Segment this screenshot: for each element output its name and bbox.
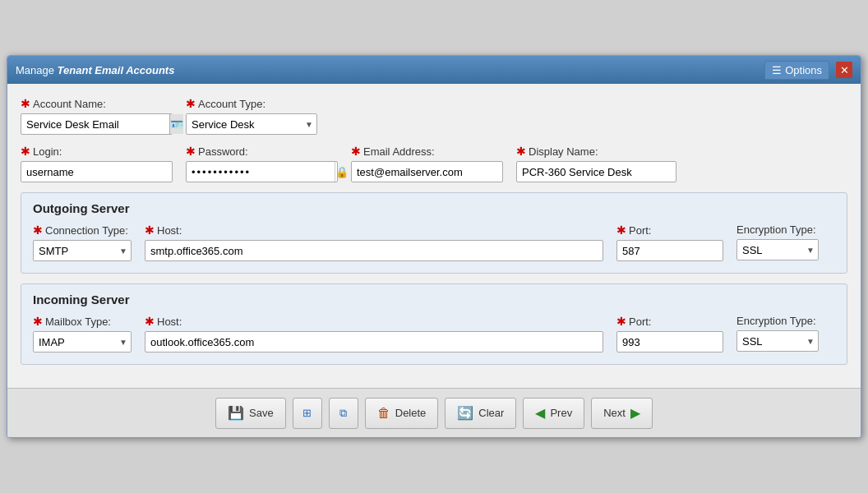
outgoing-server-section: Outgoing Server ✱ Connection Type: SMTP …	[21, 192, 847, 274]
password-group: ✱ Password: 🔒	[186, 145, 338, 182]
title-bar-actions: ☰ Options ✕	[764, 61, 852, 80]
outgoing-host-label: ✱ Host:	[145, 223, 603, 237]
login-group: ✱ Login:	[21, 145, 173, 182]
footer-bar: 💾 Save ⊞ ⧉ 🗑 Delete 🔄 Clear ◀ Prev Next …	[7, 388, 861, 437]
eye-icon: 🔒	[335, 166, 349, 178]
outgoing-server-title: Outgoing Server	[33, 201, 835, 215]
incoming-host-group: ✱ Host:	[145, 315, 603, 352]
password-input[interactable]	[187, 162, 335, 182]
outgoing-conn-type-label: ✱ Connection Type:	[33, 223, 132, 237]
arrow-left-icon: ◀	[535, 405, 545, 421]
incoming-server-title: Incoming Server	[33, 293, 835, 306]
outgoing-conn-type-select[interactable]: SMTP SMTPS	[34, 241, 132, 260]
contact-card-icon: 🪪	[170, 118, 183, 131]
outgoing-host-input[interactable]	[145, 240, 603, 261]
close-button[interactable]: ✕	[836, 62, 852, 78]
account-row: ✱ Account Name: 🪪 ✱ Account Type:	[21, 97, 847, 135]
grid-icon: ⊞	[302, 407, 312, 419]
save-button[interactable]: 💾 Save	[215, 398, 286, 429]
refresh-icon: 🔄	[457, 405, 473, 421]
incoming-enc-select-wrap: SSL TLS None ▼	[736, 330, 819, 352]
display-name-input[interactable]	[516, 161, 676, 182]
required-star11: ✱	[145, 315, 155, 328]
incoming-enc-label: Encryption Type:	[736, 315, 835, 327]
required-star6: ✱	[516, 145, 526, 158]
outgoing-host-group: ✱ Host:	[145, 223, 603, 261]
password-label: ✱ Password:	[186, 145, 338, 158]
incoming-port-input[interactable]	[616, 331, 723, 352]
outgoing-enc-select-wrap: SSL TLS None ▼	[736, 239, 819, 260]
delete-icon: 🗑	[377, 406, 390, 421]
required-star10: ✱	[33, 315, 43, 328]
credentials-row: ✱ Login: ✱ Password: 🔒	[21, 145, 847, 182]
required-star8: ✱	[145, 223, 155, 237]
required-star9: ✱	[616, 223, 626, 237]
icon-btn-1[interactable]: ⊞	[293, 398, 322, 429]
account-name-icon-btn[interactable]: 🪪	[169, 114, 183, 134]
login-label: ✱ Login:	[21, 145, 173, 158]
icon-btn-2[interactable]: ⧉	[329, 398, 358, 429]
outgoing-fields-row: ✱ Connection Type: SMTP SMTPS ▼ ✱ Ho	[33, 223, 835, 261]
display-label: ✱ Display Name:	[516, 145, 676, 158]
required-star7: ✱	[33, 223, 43, 237]
email-group: ✱ Email Address:	[351, 145, 503, 182]
account-type-group: ✱ Account Type: Service Desk Notificatio…	[186, 97, 317, 135]
required-star: ✱	[21, 97, 30, 110]
email-label: ✱ Email Address:	[351, 145, 503, 158]
account-name-input[interactable]	[21, 114, 169, 134]
copy-icon: ⧉	[339, 407, 347, 420]
next-button[interactable]: Next ▶	[591, 398, 653, 429]
form-content: ✱ Account Name: 🪪 ✱ Account Type:	[7, 84, 861, 388]
login-input[interactable]	[21, 161, 173, 182]
incoming-enc-select[interactable]: SSL TLS None	[737, 331, 819, 351]
prev-button[interactable]: ◀ Prev	[523, 398, 584, 429]
email-input[interactable]	[351, 161, 503, 182]
outgoing-port-group: ✱ Port:	[616, 223, 723, 261]
password-input-wrap: 🔒	[186, 161, 338, 182]
outgoing-enc-group: Encryption Type: SSL TLS None ▼	[736, 223, 835, 260]
incoming-server-section: Incoming Server ✱ Mailbox Type: IMAP POP…	[21, 283, 847, 365]
incoming-host-input[interactable]	[145, 331, 603, 352]
outgoing-enc-select[interactable]: SSL TLS None	[737, 240, 819, 260]
incoming-fields-row: ✱ Mailbox Type: IMAP POP3 ▼ ✱ Host:	[33, 315, 835, 352]
incoming-mailbox-select-wrap: IMAP POP3 ▼	[33, 331, 132, 352]
outgoing-conn-select-wrap: SMTP SMTPS ▼	[33, 240, 132, 261]
incoming-host-label: ✱ Host:	[145, 315, 603, 328]
clear-button[interactable]: 🔄 Clear	[445, 398, 516, 429]
account-type-label: ✱ Account Type:	[186, 97, 317, 110]
outgoing-enc-label: Encryption Type:	[736, 223, 835, 236]
account-name-label: ✱ Account Name:	[21, 97, 173, 110]
account-name-group: ✱ Account Name: 🪪	[21, 97, 173, 135]
incoming-mailbox-select[interactable]: IMAP POP3	[34, 332, 132, 352]
account-name-input-wrap: 🪪	[21, 113, 173, 135]
incoming-mailbox-label: ✱ Mailbox Type:	[33, 315, 132, 328]
window-title: Manage Tenant Email Accounts	[16, 63, 174, 76]
required-star2: ✱	[186, 97, 196, 110]
required-star3: ✱	[21, 145, 30, 158]
arrow-right-icon: ▶	[630, 405, 640, 421]
outgoing-port-input[interactable]	[616, 240, 723, 261]
required-star4: ✱	[186, 145, 196, 158]
account-type-select[interactable]: Service Desk Notification Other	[187, 114, 317, 134]
options-icon: ☰	[772, 64, 782, 76]
outgoing-conn-type-group: ✱ Connection Type: SMTP SMTPS ▼	[33, 223, 132, 261]
account-type-select-wrap: Service Desk Notification Other ▼	[186, 113, 317, 135]
required-star5: ✱	[351, 145, 361, 158]
password-reveal-btn[interactable]: 🔒	[335, 162, 349, 182]
delete-button[interactable]: 🗑 Delete	[365, 398, 439, 429]
incoming-port-label: ✱ Port:	[616, 315, 723, 328]
incoming-mailbox-group: ✱ Mailbox Type: IMAP POP3 ▼	[33, 315, 132, 352]
required-star12: ✱	[616, 315, 626, 328]
main-window: Manage Tenant Email Accounts ☰ Options ✕…	[7, 55, 861, 438]
outgoing-port-label: ✱ Port:	[616, 223, 723, 237]
options-button[interactable]: ☰ Options	[764, 61, 829, 80]
save-icon: 💾	[228, 405, 244, 421]
title-bar: Manage Tenant Email Accounts ☰ Options ✕	[7, 56, 861, 84]
display-group: ✱ Display Name:	[516, 145, 676, 182]
incoming-enc-group: Encryption Type: SSL TLS None ▼	[736, 315, 835, 352]
incoming-port-group: ✱ Port:	[616, 315, 723, 352]
